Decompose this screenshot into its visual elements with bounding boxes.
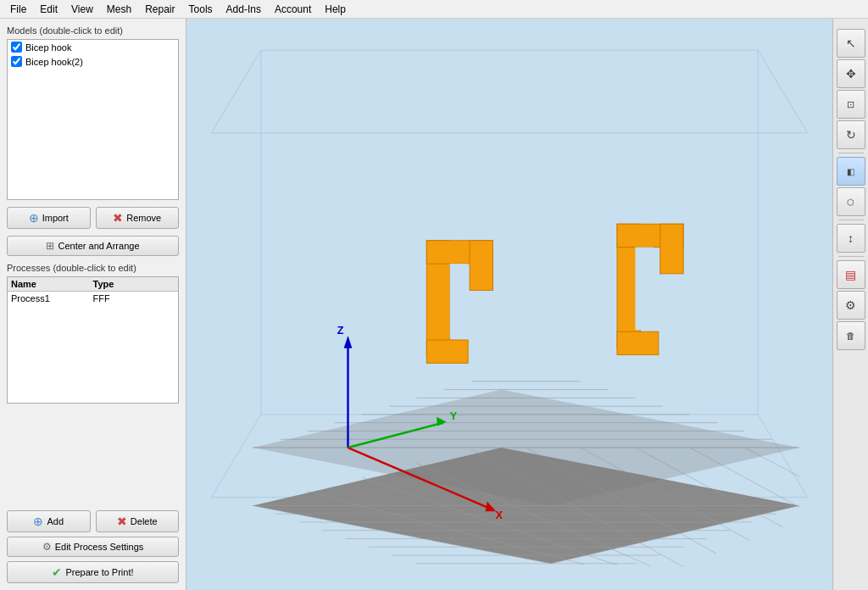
svg-rect-40 <box>470 241 492 291</box>
iso-view-button[interactable]: ⬡ <box>837 187 865 216</box>
menu-tools[interactable]: Tools <box>182 2 220 17</box>
menu-help[interactable]: Help <box>318 2 353 17</box>
process-action-buttons: ⊕ Add ✖ Delete <box>7 510 179 532</box>
processes-section: Processes (double-click to edit) Name Ty… <box>7 263 179 404</box>
menu-edit[interactable]: Edit <box>33 2 64 17</box>
processes-title: Processes (double-click to edit) <box>7 263 179 273</box>
add-button[interactable]: ⊕ Add <box>7 510 91 532</box>
processes-header: Name Type <box>8 277 178 292</box>
scale-tool-button[interactable]: ⊡ <box>837 90 865 119</box>
model-checkbox-2[interactable] <box>11 56 22 67</box>
process-name-1: Process1 <box>11 293 93 303</box>
svg-rect-47 <box>635 248 653 331</box>
svg-text:Z: Z <box>337 325 344 337</box>
axis-button[interactable]: ↕ <box>837 224 865 253</box>
process-row-1[interactable]: Process1 FFF <box>8 292 178 305</box>
add-icon: ⊕ <box>33 515 43 528</box>
rotate-icon: ↻ <box>846 128 856 142</box>
import-button[interactable]: ⊕ Import <box>7 207 91 229</box>
toolbar-separator-1 <box>838 153 864 153</box>
model-checkbox-1[interactable] <box>11 42 22 53</box>
menu-addins[interactable]: Add-Ins <box>220 2 268 17</box>
process-type-1: FFF <box>93 293 175 303</box>
menu-repair[interactable]: Repair <box>138 2 181 17</box>
remove-label: Remove <box>126 213 161 223</box>
menubar: File Edit View Mesh Repair Tools Add-Ins… <box>0 0 868 19</box>
center-icon: ⊞ <box>46 240 54 252</box>
gear-icon: ⚙ <box>845 298 856 312</box>
models-buttons: ⊕ Import ✖ Remove <box>7 207 179 229</box>
toolbar-separator-2 <box>838 220 864 220</box>
axis-icon: ↕ <box>848 231 854 245</box>
import-label: Import <box>42 213 69 223</box>
view-tool-button[interactable]: ◧ <box>837 157 865 186</box>
scale-icon: ⊡ <box>847 99 854 110</box>
iso-icon: ⬡ <box>847 198 854 207</box>
svg-rect-45 <box>660 224 683 274</box>
print-icon: ✔ <box>52 565 62 579</box>
model-item-2[interactable]: Bicep hook(2) <box>8 54 178 69</box>
prepare-label: Prepare to Print! <box>65 567 133 577</box>
delete-label: Delete <box>131 516 158 526</box>
processes-list: Name Type Process1 FFF <box>7 276 179 404</box>
svg-rect-42 <box>450 264 468 338</box>
view-icon: ◧ <box>847 167 854 176</box>
edit-process-button[interactable]: ⚙ Edit Process Settings <box>7 537 179 557</box>
delete-button[interactable]: ✖ Delete <box>96 510 180 532</box>
center-arrange-button[interactable]: ⊞ Center and Arrange <box>7 236 179 256</box>
remove-button[interactable]: ✖ Remove <box>96 207 180 229</box>
svg-text:X: X <box>495 509 503 521</box>
layer-icon: ▤ <box>845 268 856 281</box>
header-name: Name <box>11 279 93 289</box>
move-tool-button[interactable]: ✥ <box>837 59 865 88</box>
viewport-canvas: Z Y X <box>186 19 832 590</box>
menu-account[interactable]: Account <box>268 2 318 17</box>
models-list: Bicep hook Bicep hook(2) <box>7 39 179 200</box>
toolbar-separator-3 <box>838 256 864 257</box>
main-area: Models (double-click to edit) Bicep hook… <box>0 19 868 590</box>
settings-button[interactable]: ⚙ <box>837 291 865 320</box>
right-toolbar: ↖ ✥ ⊡ ↻ ◧ ⬡ ↕ ▤ ⚙ 🗑 <box>832 19 868 590</box>
add-label: Add <box>47 516 64 526</box>
remove-icon: ✖ <box>113 211 123 225</box>
trash-button[interactable]: 🗑 <box>837 321 865 350</box>
svg-rect-41 <box>426 340 468 363</box>
select-tool-button[interactable]: ↖ <box>837 29 865 58</box>
header-type: Type <box>93 279 175 289</box>
settings-icon: ⚙ <box>42 541 52 553</box>
left-panel: Models (double-click to edit) Bicep hook… <box>0 19 186 590</box>
import-icon: ⊕ <box>29 211 39 225</box>
model-item-1[interactable]: Bicep hook <box>8 40 178 54</box>
model-label-2: Bicep hook(2) <box>25 57 83 67</box>
bottom-buttons: ⊕ Add ✖ Delete ⚙ Edit Process Settings ✔… <box>7 510 179 583</box>
prepare-print-button[interactable]: ✔ Prepare to Print! <box>7 561 179 583</box>
models-title: Models (double-click to edit) <box>7 25 179 36</box>
rotate-tool-button[interactable]: ↻ <box>837 120 865 149</box>
model-label-1: Bicep hook <box>25 42 71 53</box>
menu-view[interactable]: View <box>64 2 100 17</box>
center-label: Center and Arrange <box>58 241 139 251</box>
move-icon: ✥ <box>846 67 856 81</box>
models-section: Models (double-click to edit) Bicep hook… <box>7 25 179 200</box>
select-icon: ↖ <box>846 36 856 50</box>
viewport[interactable]: Z Y X <box>186 19 832 590</box>
edit-process-label: Edit Process Settings <box>55 542 144 552</box>
delete-icon: ✖ <box>117 515 127 528</box>
trash-icon: 🗑 <box>846 331 855 341</box>
svg-rect-46 <box>617 331 659 354</box>
layer-view-button[interactable]: ▤ <box>837 260 865 289</box>
menu-file[interactable]: File <box>3 2 33 17</box>
menu-mesh[interactable]: Mesh <box>100 2 138 17</box>
svg-text:Y: Y <box>450 410 458 422</box>
